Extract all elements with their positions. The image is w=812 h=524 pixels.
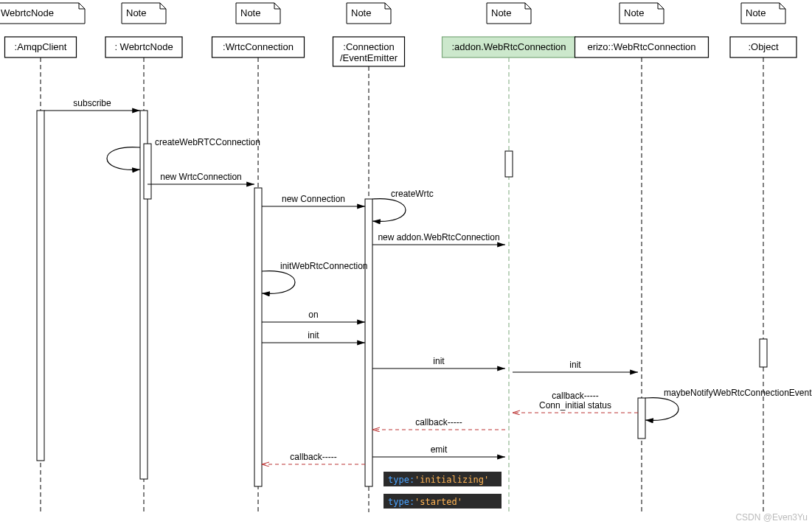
self-msg-4 xyxy=(372,199,406,222)
code-val-1: 'started' xyxy=(414,497,462,507)
msg-label-15: callback----- xyxy=(290,452,336,462)
code-key-0: type: xyxy=(388,475,414,485)
msg-label-8: init xyxy=(308,330,319,340)
activation-conn xyxy=(365,199,372,486)
activation-addon xyxy=(505,151,513,177)
msg-label-3: new Connection xyxy=(282,194,345,204)
note-label-erizo: Note xyxy=(624,7,644,18)
msg-label-7: on xyxy=(308,310,318,320)
participant-label-amqp: :AmqpClient xyxy=(15,41,67,52)
activation-nested-webrtcNode xyxy=(144,144,151,199)
msg-label-9: init xyxy=(433,356,445,366)
activation-amqp xyxy=(37,111,44,461)
msg-label-13: callback----- xyxy=(415,417,462,427)
activation-obj xyxy=(760,339,767,367)
participant-label-obj: :Object xyxy=(748,41,779,52)
msg-label-12: Conn_initial status xyxy=(539,400,611,411)
participant-label-addon: :addon.WebRtcConnection xyxy=(451,41,566,52)
note-label-conn: Note xyxy=(351,7,371,18)
participant-label-conn: /EventEmitter xyxy=(340,52,398,63)
participant-label-erizo: erizo::WebRtcConnection xyxy=(587,41,695,52)
note-label-wrtcConn: Note xyxy=(240,7,260,18)
msg-label-2: new WrtcConnection xyxy=(160,172,242,182)
msg-label-6: initWebRtcConnection xyxy=(280,261,368,271)
msg-label-12: callback----- xyxy=(552,391,598,401)
msg-label-11: maybeNotifyWebRtcConnectionEvent xyxy=(664,388,812,398)
msg-label-5: new addon.WebRtcConnection xyxy=(378,232,499,242)
msg-label-4: createWrtc xyxy=(391,189,434,199)
sequence-diagram: WebrtcNode:AmqpClientNote: WebrtcNodeNot… xyxy=(0,0,812,524)
self-msg-11 xyxy=(645,398,679,421)
self-msg-6 xyxy=(262,271,295,294)
participant-label-wrtcConn: :WrtcConnection xyxy=(223,41,294,52)
activation-wrtcConn xyxy=(254,188,262,486)
msg-label-10: init xyxy=(569,360,581,370)
activation-erizo xyxy=(638,398,645,439)
msg-label-0: subscribe xyxy=(73,98,111,108)
note-label-addon: Note xyxy=(491,7,511,18)
participant-label-webrtcNode: : WebrtcNode xyxy=(114,41,173,52)
note-label-obj: Note xyxy=(746,7,766,18)
code-val-0: 'initializing' xyxy=(414,475,489,485)
code-key-1: type: xyxy=(388,497,414,507)
note-label-amqp: WebrtcNode xyxy=(1,7,54,18)
msg-label-1: createWebRTCConnection xyxy=(155,137,260,147)
self-msg-1 xyxy=(107,147,140,170)
msg-label-14: emit xyxy=(431,444,448,455)
watermark: CSDN @Even3Yu xyxy=(735,512,808,523)
participant-label-conn: :Connection xyxy=(343,41,394,52)
note-label-webrtcNode: Note xyxy=(126,7,146,18)
